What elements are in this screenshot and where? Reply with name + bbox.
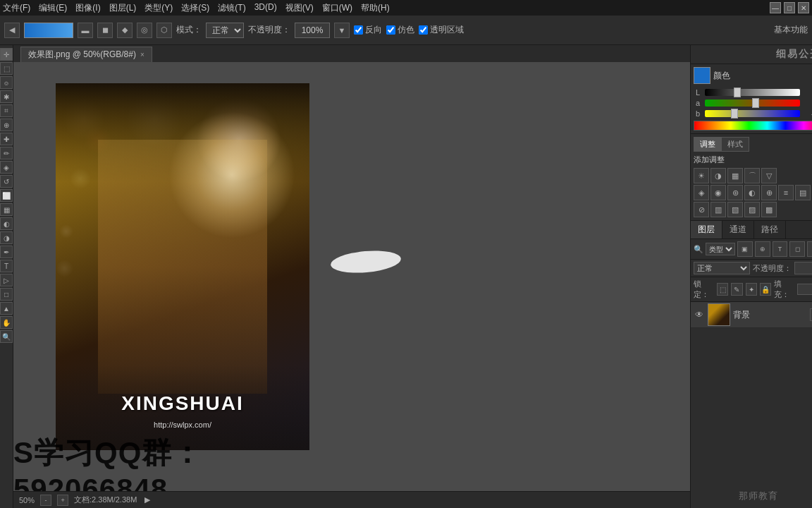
tool-eyedropper[interactable]: ⊕ [0,119,13,131]
adj-exposure[interactable]: ▽ [761,168,777,183]
lock-artboard-button[interactable]: ✦ [746,283,757,296]
foreground-color-swatch[interactable] [694,67,710,84]
tool-3d[interactable]: ▲ [0,302,13,315]
adjustment-tabs[interactable]: 调整 样式 [694,137,812,152]
adj-black-white[interactable]: ◐ [744,185,760,200]
tool-pen[interactable]: ✒ [0,246,13,258]
transparency-checkbox[interactable] [419,25,428,35]
lock-position-button[interactable]: ✎ [731,283,742,296]
canvas-ellipse-shape[interactable] [330,248,402,276]
slider-l[interactable] [705,89,800,96]
layer-visibility-toggle[interactable]: 👁 [694,309,705,320]
tool-options-arrow[interactable]: ◀ [4,23,20,38]
menu-type[interactable]: 类型(Y) [144,2,173,14]
tab-layers[interactable]: 图层 [691,221,722,238]
adj-contrast[interactable]: ◑ [710,168,726,183]
adj-gradient-map[interactable]: ▨ [744,202,760,217]
tool-eraser[interactable]: ⬜ [0,189,13,202]
tab-adjustments[interactable]: 调整 [694,137,721,152]
menu-view[interactable]: 视图(V) [285,2,314,14]
menu-filter[interactable]: 滤镜(T) [218,2,245,14]
reverse-checkbox-group[interactable]: 反向 [354,24,382,36]
tab-channels[interactable]: 通道 [722,221,754,238]
tool-crop[interactable]: ⌗ [0,104,13,117]
menu-layer[interactable]: 图层(L) [109,2,137,14]
maximize-button[interactable]: □ [784,2,795,13]
slider-a[interactable] [705,99,800,107]
menu-window[interactable]: 窗口(W) [322,2,352,14]
layer-filter-text[interactable]: T [773,241,788,257]
opacity-input[interactable] [295,23,330,38]
lock-all-button[interactable]: 🔒 [760,283,771,296]
layer-filter-adj[interactable]: ⊕ [755,241,770,257]
tool-zoom[interactable]: 🔍 [0,330,13,343]
minimize-button[interactable]: — [770,2,781,13]
opacity-arrow[interactable]: ▼ [334,23,350,38]
tool-dodge[interactable]: ◑ [0,231,13,244]
menu-image[interactable]: 图像(I) [75,2,100,14]
tool-shape[interactable]: □ [0,288,13,301]
tool-brush[interactable]: ✏ [0,147,13,159]
color-gradient-swatch[interactable] [24,23,73,38]
adj-photo-filter[interactable]: ⊕ [761,185,777,200]
blend-mode-dropdown[interactable]: 正常 [694,262,750,274]
gradient-type-3[interactable]: ◆ [117,23,133,38]
layer-filter-pixel[interactable]: ▣ [737,241,753,257]
menu-select[interactable]: 选择(S) [181,2,209,14]
color-spectrum-bar[interactable] [694,121,812,131]
mode-dropdown[interactable]: 正常 [206,23,244,38]
menu-file[interactable]: 文件(F) [3,2,30,14]
dither-checkbox-group[interactable]: 仿色 [386,24,414,36]
zoom-down-button[interactable]: - [40,495,51,506]
transparency-checkbox-group[interactable]: 透明区域 [419,24,464,36]
tab-close-button[interactable]: × [140,51,144,59]
gradient-type-1[interactable]: ▬ [78,23,93,38]
menu-3d[interactable]: 3D(D) [254,2,277,14]
tool-hand[interactable]: ✋ [0,316,13,329]
adj-invert[interactable]: ⊘ [694,202,709,217]
layers-tab-bar[interactable]: 图层 通道 路径 [691,221,812,239]
tool-lasso[interactable]: ⌾ [0,76,13,89]
tool-healing[interactable]: ✚ [0,133,13,145]
menu-bar[interactable]: 文件(F) 编辑(E) 图像(I) 图层(L) 类型(Y) 选择(S) 滤镜(T… [3,2,390,14]
adj-selective-color[interactable]: ▩ [761,202,777,217]
adj-vibrance[interactable]: ◈ [694,185,709,200]
layer-type-filter[interactable]: 类型 [706,243,735,255]
tool-history-brush[interactable]: ↺ [0,175,13,188]
tool-move[interactable]: ✛ [0,48,13,61]
adj-threshold[interactable]: ▧ [727,202,743,217]
close-button[interactable]: ✕ [798,2,809,13]
tool-quick-select[interactable]: ✱ [0,90,13,103]
gradient-type-5[interactable]: ⬡ [156,23,172,38]
lock-pixels-button[interactable]: ⬚ [717,283,728,296]
document-tab[interactable]: 效果图.png @ 50%(RGB/8#) × [20,47,152,62]
fill-value-input[interactable] [797,284,812,295]
adj-color-balance[interactable]: ⊛ [727,185,743,200]
layer-item-background[interactable]: 👁 背景 🔒 [691,302,812,328]
tool-text[interactable]: T [0,260,13,272]
reverse-checkbox[interactable] [354,25,363,35]
adj-hue-sat[interactable]: ◉ [710,185,726,200]
adj-curves[interactable]: ⌒ [744,168,760,183]
layer-filter-smart[interactable]: ✦ [807,241,812,257]
opacity-value-input[interactable] [794,262,812,274]
tool-path-select[interactable]: ▷ [0,274,13,286]
slider-b[interactable] [705,110,800,117]
tab-styles[interactable]: 样式 [721,137,749,152]
adj-brightness[interactable]: ☀ [694,168,709,183]
tool-blur[interactable]: ◐ [0,217,13,230]
zoom-up-button[interactable]: + [57,495,68,506]
canvas-area[interactable]: XINGSHUAI http://swlpx.com/ S学习QQ群：59206… [13,62,690,491]
window-controls[interactable]: — □ ✕ [770,2,809,13]
play-button[interactable]: ▶ [142,495,152,505]
tab-paths[interactable]: 路径 [754,221,786,238]
gradient-type-2[interactable]: ◼ [97,23,113,38]
adj-posterize[interactable]: ▥ [710,202,726,217]
tool-select-rect[interactable]: ⬚ [0,62,13,75]
adj-color-lookup[interactable]: ▤ [795,185,811,200]
tool-gradient[interactable]: ▦ [0,203,13,216]
menu-edit[interactable]: 编辑(E) [39,2,67,14]
layer-filter-shape[interactable]: ◻ [789,241,805,257]
gradient-type-4[interactable]: ◎ [137,23,152,38]
adj-channel-mixer[interactable]: ≡ [778,185,794,200]
